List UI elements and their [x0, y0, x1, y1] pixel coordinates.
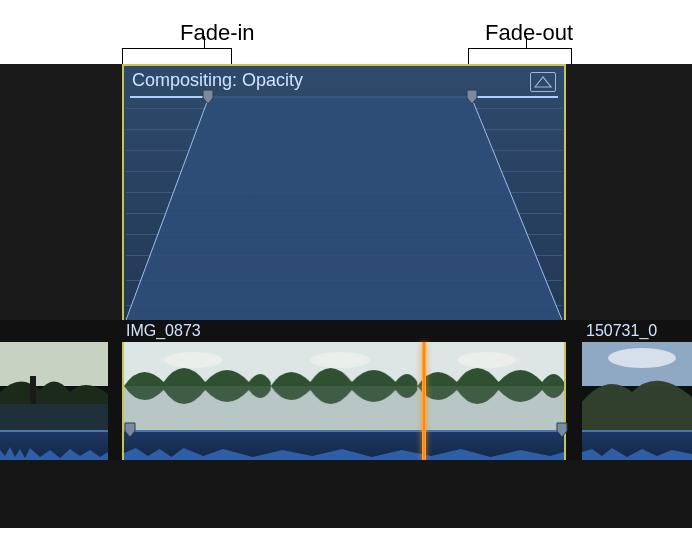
- clip-gap: [566, 342, 582, 430]
- editor-viewport: Compositing: Opacity: [0, 64, 692, 528]
- opacity-curve-shape: [126, 96, 562, 320]
- svg-rect-3: [0, 342, 108, 386]
- audio-clip-left[interactable]: [0, 430, 108, 460]
- fade-out-bracket: [468, 48, 572, 64]
- clip-thumb-left[interactable]: [0, 342, 108, 430]
- clip-name-center: IMG_0873: [126, 322, 426, 340]
- playhead[interactable]: [422, 342, 426, 460]
- svg-point-12: [608, 348, 676, 368]
- audio-row[interactable]: [0, 430, 692, 460]
- svg-rect-9: [124, 342, 564, 430]
- timeline-strip[interactable]: IMG_0873 150731_0: [0, 320, 692, 460]
- fade-out-handle[interactable]: [466, 89, 478, 105]
- clip-thumb-center[interactable]: [122, 342, 566, 430]
- page-margin: [0, 528, 692, 551]
- fade-in-label: Fade-in: [180, 20, 255, 46]
- timeline-empty-area: [0, 460, 692, 528]
- animation-curve-icon[interactable]: [530, 72, 556, 92]
- clip-thumb-right[interactable]: [582, 342, 692, 430]
- animation-parameter-title: Compositing: Opacity: [124, 66, 564, 93]
- svg-marker-0: [535, 77, 551, 87]
- audio-clip-right[interactable]: [582, 430, 692, 460]
- svg-rect-5: [0, 404, 108, 430]
- fade-in-bracket: [122, 48, 232, 64]
- svg-rect-11: [582, 386, 692, 430]
- audio-fade-out-handle[interactable]: [556, 422, 568, 438]
- filmstrip-row[interactable]: [0, 342, 692, 430]
- audio-clip-center[interactable]: [122, 430, 566, 460]
- svg-marker-1: [126, 96, 562, 320]
- audio-fade-in-handle[interactable]: [124, 422, 136, 438]
- svg-rect-4: [30, 376, 36, 406]
- clip-gap: [108, 342, 122, 430]
- video-animation-panel[interactable]: Compositing: Opacity: [122, 64, 566, 320]
- clip-name-right: 150731_0: [586, 322, 686, 340]
- fade-out-label: Fade-out: [485, 20, 573, 46]
- fade-in-handle[interactable]: [202, 89, 214, 105]
